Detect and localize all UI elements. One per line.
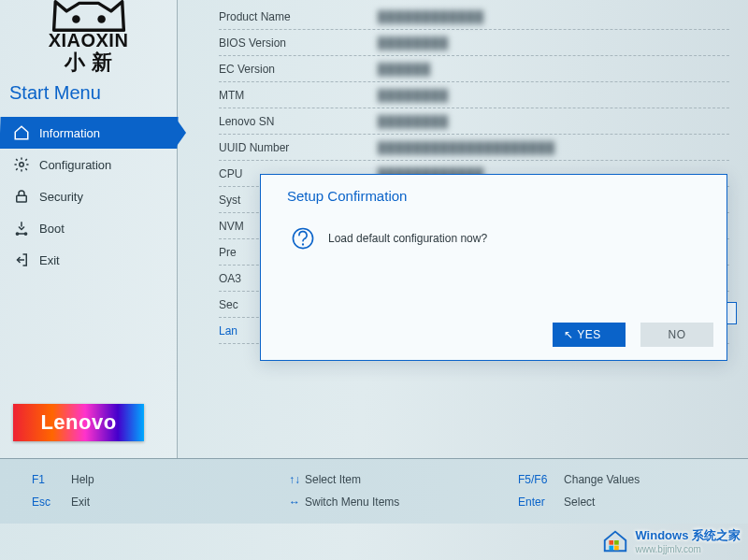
hotkey-enter: Enter — [518, 495, 564, 509]
home-icon — [13, 124, 30, 141]
no-button[interactable]: NO — [640, 323, 713, 347]
sidebar-item-label: Boot — [39, 222, 65, 236]
updown-arrows-icon: ↑↓ — [284, 473, 305, 486]
hotkey-label: Select Item — [305, 473, 454, 486]
sidebar-item-label: Information — [39, 126, 100, 140]
sidebar-item-label: Exit — [39, 253, 60, 267]
windows-house-icon — [601, 526, 629, 554]
dialog-body: Load default configuration now? — [261, 209, 726, 260]
footer-bar: F1 Help ↑↓ Select Item F5/F6 Change Valu… — [0, 458, 748, 524]
hotkey-esc: Esc — [32, 495, 71, 509]
sidebar-item-label: Configuration — [39, 158, 111, 172]
svg-rect-10 — [610, 546, 614, 551]
bios-screen: XIAOXIN 小 新 Start Menu Information Confi… — [0, 0, 748, 560]
dialog-actions: ↖ YES NO — [553, 323, 713, 347]
svg-rect-9 — [615, 540, 620, 545]
hotkey-label: Change Values — [564, 473, 705, 486]
button-label: YES — [577, 328, 601, 341]
watermark-line1: Windows 系统之家 — [635, 527, 741, 544]
hotkey-f5f6: F5/F6 — [518, 473, 564, 486]
question-icon — [291, 226, 315, 251]
sidebar-item-label: Security — [39, 190, 83, 204]
yes-button[interactable]: ↖ YES — [553, 323, 626, 347]
gear-icon — [13, 156, 30, 173]
svg-point-7 — [302, 243, 304, 245]
hotkey-label: Exit — [71, 495, 221, 509]
svg-rect-11 — [615, 546, 620, 551]
svg-point-2 — [20, 163, 24, 167]
exit-icon — [13, 251, 30, 268]
dialog-title: Setup Confirmation — [261, 175, 726, 209]
hotkey-f1: F1 — [32, 473, 71, 486]
boot-icon — [13, 220, 30, 237]
svg-rect-3 — [17, 195, 27, 202]
button-label: NO — [669, 328, 686, 341]
watermark: Windows 系统之家 www.bjjmlv.com — [601, 526, 741, 554]
hotkey-label: Switch Menu Items — [305, 495, 454, 509]
cursor-icon: ↖ — [564, 328, 574, 341]
dialog-message: Load default configuration now? — [328, 232, 487, 245]
hotkey-label: Select — [564, 495, 705, 509]
lock-icon — [13, 188, 30, 205]
setup-confirmation-dialog: Setup Confirmation Load default configur… — [260, 174, 727, 361]
leftright-arrows-icon: ↔ — [284, 495, 305, 509]
hotkey-label: Help — [71, 473, 221, 486]
svg-rect-8 — [610, 540, 614, 545]
watermark-line2: www.bjjmlv.com — [635, 544, 741, 554]
